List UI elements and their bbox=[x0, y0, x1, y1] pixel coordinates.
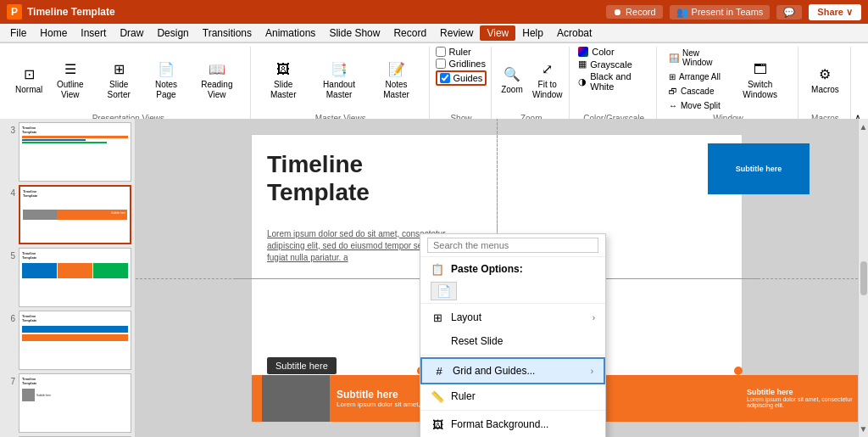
normal-view-button[interactable]: ⊡ Normal bbox=[14, 63, 44, 97]
context-menu-reset-slide[interactable]: Reset Slide bbox=[420, 329, 605, 353]
main-area: 3 TimelineTemplate 4 TimelineTemplate Su… bbox=[0, 119, 868, 437]
scrollbar-thumb[interactable] bbox=[860, 261, 867, 295]
app-icon: P bbox=[7, 4, 22, 20]
context-menu-paste-options: 📋 Paste Options: bbox=[420, 257, 605, 281]
context-menu-format-background[interactable]: 🖼 Format Background... bbox=[420, 412, 605, 436]
slide-7-thumbnail[interactable]: TimelineTemplate Subtitle here bbox=[19, 373, 131, 433]
menu-review[interactable]: Review bbox=[433, 25, 480, 41]
paste-icons-row: 📄 bbox=[420, 281, 605, 301]
cascade-button[interactable]: 🗗Cascade bbox=[665, 85, 727, 98]
cascade-icon: 🗗 bbox=[669, 87, 677, 96]
context-menu-grid-guides[interactable]: # Grid and Guides... › bbox=[420, 357, 605, 384]
top-bar-left: P Timeline Template bbox=[7, 4, 115, 20]
zoom-button[interactable]: 🔍 Zoom bbox=[497, 63, 527, 97]
layout-arrow-icon: › bbox=[593, 313, 595, 322]
separator-2 bbox=[420, 355, 605, 356]
slide-4-thumbnail[interactable]: TimelineTemplate Subtitle here bbox=[19, 185, 131, 244]
menu-animations[interactable]: Animations bbox=[259, 25, 322, 41]
slide-thumb-4[interactable]: 4 TimelineTemplate Subtitle here bbox=[3, 185, 131, 244]
menu-transitions[interactable]: Transitions bbox=[196, 25, 259, 41]
ruler-checkbox[interactable]: Ruler bbox=[436, 47, 471, 57]
menu-view[interactable]: View bbox=[480, 25, 515, 41]
right-blue-box: Subtitle here bbox=[708, 143, 810, 194]
blackwhite-option[interactable]: ◑ Black and White bbox=[578, 71, 649, 92]
menu-home[interactable]: Home bbox=[33, 25, 74, 41]
arrange-all-button[interactable]: ⊞Arrange All bbox=[665, 70, 727, 83]
orange-bar-image bbox=[262, 375, 330, 422]
format-bg-icon: 🖼 bbox=[431, 417, 444, 431]
color-items: Color ▦ Grayscale ◑ Black and White bbox=[578, 47, 649, 112]
ribbon-group-items: ⊡ Normal ☰ Outline View ⊞ Slide Sorter 📄… bbox=[14, 47, 243, 112]
new-window-icon: 🪟 bbox=[669, 53, 679, 63]
slide-master-button[interactable]: 🖼 Slide Master bbox=[259, 58, 308, 102]
paste-icon-1[interactable]: 📄 bbox=[431, 282, 457, 300]
slide-sorter-icon: ⊞ bbox=[108, 59, 129, 80]
slide-5-thumbnail[interactable]: TimelineTemplate bbox=[19, 248, 131, 307]
slide-thumb-3[interactable]: 3 TimelineTemplate bbox=[3, 122, 131, 182]
slide-editor: Timeline Template Lorem ipsum dolor sed … bbox=[136, 119, 858, 437]
blackwhite-icon: ◑ bbox=[578, 76, 587, 87]
slide-thumb-6[interactable]: 6 TimelineTemplate bbox=[3, 311, 131, 370]
color-option[interactable]: Color bbox=[578, 47, 614, 57]
reading-view-button[interactable]: 📖 Reading View bbox=[191, 58, 243, 102]
ribbon-group-presentation-views: ⊡ Normal ☰ Outline View ⊞ Slide Sorter 📄… bbox=[7, 47, 251, 123]
handout-icon: 📑 bbox=[329, 59, 349, 80]
menu-record[interactable]: Record bbox=[387, 25, 433, 41]
menu-acrobat[interactable]: Acrobat bbox=[550, 25, 598, 41]
scrollbar-down-arrow[interactable]: ▼ bbox=[860, 424, 868, 434]
menu-insert[interactable]: Insert bbox=[74, 25, 113, 41]
share-button[interactable]: Share ∨ bbox=[809, 4, 861, 20]
outline-icon: ☰ bbox=[60, 59, 81, 80]
guides-checkbox-input[interactable] bbox=[440, 73, 450, 83]
scrollbar-up-arrow[interactable]: ▲ bbox=[860, 122, 868, 132]
context-menu-search-input[interactable] bbox=[427, 238, 598, 253]
notes-page-button[interactable]: 📄 Notes Page bbox=[143, 58, 189, 102]
grayscale-option[interactable]: ▦ Grayscale bbox=[578, 59, 632, 70]
guides-checkbox[interactable]: Guides bbox=[436, 70, 487, 86]
slide-sorter-button[interactable]: ⊞ Slide Sorter bbox=[96, 58, 142, 102]
layout-icon: ⊞ bbox=[431, 311, 444, 324]
separator-3 bbox=[420, 410, 605, 411]
right-orange-box: Subtitle here Lorem ipsum dolor sit amet… bbox=[742, 375, 858, 422]
notes-master-button[interactable]: 📝 Notes Master bbox=[370, 58, 421, 102]
outline-view-button[interactable]: ☰ Outline View bbox=[46, 58, 94, 102]
menu-design[interactable]: Design bbox=[150, 25, 195, 41]
notes-master-icon: 📝 bbox=[387, 59, 407, 80]
dot-marker-right bbox=[734, 367, 743, 375]
notes-page-icon: 📄 bbox=[156, 59, 176, 80]
context-menu-ruler[interactable]: 📏 Ruler bbox=[420, 384, 605, 408]
fit-window-icon: ⤢ bbox=[537, 59, 558, 80]
slide-thumb-7[interactable]: 7 TimelineTemplate Subtitle here bbox=[3, 373, 131, 433]
grid-icon: # bbox=[432, 364, 446, 378]
slide-title: Timeline Template bbox=[267, 150, 370, 207]
gridlines-checkbox[interactable]: Gridlines bbox=[436, 59, 486, 69]
comments-button[interactable]: 💬 bbox=[776, 5, 802, 20]
gridlines-checkbox-input[interactable] bbox=[436, 59, 446, 69]
macros-button[interactable]: ⚙ Macros bbox=[808, 63, 843, 97]
handout-master-button[interactable]: 📑 Handout Master bbox=[309, 58, 370, 102]
slide-3-thumbnail[interactable]: TimelineTemplate bbox=[19, 122, 131, 182]
move-split-button[interactable]: ↔Move Split bbox=[665, 99, 727, 112]
present-teams-button[interactable]: 👥 Present in Teams bbox=[670, 5, 771, 20]
menu-draw[interactable]: Draw bbox=[113, 25, 150, 41]
menu-slideshow[interactable]: Slide Show bbox=[322, 25, 387, 41]
new-window-button[interactable]: 🪟New Window bbox=[665, 47, 727, 69]
switch-windows-icon: 🗔 bbox=[750, 59, 771, 80]
record-button[interactable]: ⏺ Record bbox=[606, 5, 662, 19]
menu-file[interactable]: File bbox=[3, 25, 33, 41]
switch-windows-button[interactable]: 🗔 Switch Windows bbox=[729, 58, 791, 102]
slide-6-thumbnail[interactable]: TimelineTemplate bbox=[19, 311, 131, 370]
context-menu-layout[interactable]: ⊞ Layout › bbox=[420, 305, 605, 329]
ribbon-collapse[interactable]: ∧ bbox=[854, 47, 861, 123]
reset-icon bbox=[431, 334, 444, 348]
ribbon: ⊡ Normal ☰ Outline View ⊞ Slide Sorter 📄… bbox=[0, 42, 868, 119]
ribbon-content: ⊡ Normal ☰ Outline View ⊞ Slide Sorter 📄… bbox=[0, 42, 868, 126]
ruler-checkbox-input[interactable] bbox=[436, 47, 446, 57]
move-split-icon: ↔ bbox=[669, 101, 677, 110]
right-scrollbar[interactable]: ▲ ▼ bbox=[858, 119, 868, 437]
fit-to-window-button[interactable]: ⤢ Fit toWindow bbox=[529, 58, 566, 102]
top-bar-right: ⏺ Record 👥 Present in Teams 💬 Share ∨ bbox=[606, 4, 861, 20]
top-bar: P Timeline Template ⏺ Record 👥 Present i… bbox=[0, 0, 868, 24]
slide-thumb-5[interactable]: 5 TimelineTemplate bbox=[3, 248, 131, 307]
menu-help[interactable]: Help bbox=[515, 25, 550, 41]
